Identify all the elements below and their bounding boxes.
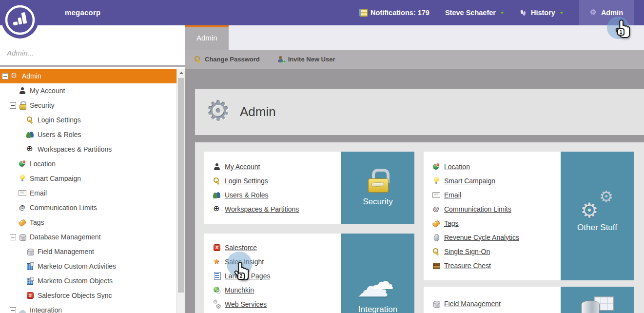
link-workspaces-partitions[interactable]: Workspaces & Partitions [213,202,341,216]
aside-label: Security [363,197,392,207]
scroll-up-icon[interactable] [177,69,185,77]
key-icon [213,177,221,185]
link-salesforce[interactable]: Salesforce [213,240,341,254]
security-card: My Account Login Settings Users & Roles [204,152,414,224]
database-icon [26,248,34,255]
link-location[interactable]: Location [432,159,561,174]
admin-tree: Admin My Account Security Login Settings [0,69,176,313]
invite-new-user-button[interactable]: + Invite New User [277,56,335,63]
integration-aside-panel: Integration [341,234,414,313]
footprints-icon [520,9,527,17]
admin-label: Admin [601,9,623,17]
lightbulb-icon [432,177,440,185]
sidebar-item-email[interactable]: Email [0,186,176,200]
at-sign-icon [432,205,440,213]
page-header-panel: Admin [195,89,644,135]
gears-icon [580,190,614,218]
collapse-expander-icon[interactable] [10,307,16,313]
cloud-icon [357,274,399,300]
sidebar-search-input[interactable] [7,49,168,57]
chevron-down-icon [560,12,564,14]
landing-page-icon [213,272,221,280]
company-name: megacorp [65,0,100,25]
tab-admin[interactable]: Admin [185,25,229,50]
sidebar-item-smart-campaign[interactable]: Smart Campaign [0,171,176,186]
munchkin-globe-icon [213,286,221,294]
sidebar-item-integration[interactable]: Integration [0,303,176,313]
link-tags[interactable]: Tags [432,216,561,230]
collapse-expander-icon[interactable] [10,234,16,240]
globe-pin-icon [432,163,440,171]
marketo-logo[interactable] [1,1,39,41]
database-aside-panel [561,287,634,313]
content-area: Admin My Account L [185,69,644,313]
lock-icon [19,101,26,109]
sidebar-item-users-roles[interactable]: Users & Roles [0,127,176,142]
salesforce-icon [26,292,34,299]
sidebar-item-database-management[interactable]: Database Management [0,230,176,244]
sidebar-item-login-settings[interactable]: Login Settings [0,113,176,127]
page-title: Admin [240,104,276,119]
at-sign-icon [19,204,26,212]
users-icon [213,191,221,199]
change-password-button[interactable]: Change Password [194,56,260,63]
notifications-icon [359,9,367,17]
aside-label: Other Stuff [577,223,617,233]
person-icon [19,87,26,95]
sidebar-item-marketo-custom-objects[interactable]: Marketo Custom Objects [0,274,176,288]
main-area: Admin Change Password + Invite New User … [185,25,644,313]
table-icon [26,277,34,285]
link-email[interactable]: Email [432,188,561,202]
salesforce-icon [213,244,221,252]
link-smart-campaign[interactable]: Smart Campaign [432,174,561,188]
sidebar-item-location[interactable]: Location [0,156,176,171]
click-annotation-1-badge: 1 [617,28,624,36]
aside-label: Integration [358,305,397,313]
link-field-management[interactable]: Field Management [432,296,561,311]
table-icon [26,262,34,270]
link-revenue-cycle-analytics[interactable]: Revenue Cycle Analytics [432,230,561,244]
sidebar-item-tags[interactable]: Tags [0,215,176,230]
add-user-icon: + [277,56,285,63]
sidebar-divider [0,65,185,67]
sidebar-item-marketo-custom-activities[interactable]: Marketo Custom Activities [0,259,176,274]
key-icon [26,116,34,124]
sidebar-scrollbar[interactable] [176,69,185,313]
gear-icon [590,9,598,17]
link-communication-limits[interactable]: Communication Limits [432,202,561,216]
sidebar-item-workspaces-partitions[interactable]: Workspaces & Partitions [0,142,176,156]
droplet-icon [432,234,440,241]
sidebar-item-my-account[interactable]: My Account [0,83,176,98]
scrollbar-thumb[interactable] [178,78,184,293]
link-login-settings[interactable]: Login Settings [213,174,341,188]
star-flame-icon [213,258,221,266]
collapse-expander-icon[interactable] [2,73,8,79]
lightbulb-icon [19,175,26,182]
marketo-admin-screen: megacorp Notifications: 179 Steve Schaef… [0,0,644,313]
sidebar-item-security[interactable]: Security [0,98,176,113]
nav-notifications[interactable]: Notifications: 179 [359,0,429,25]
sidebar-item-admin[interactable]: Admin [0,69,176,83]
link-single-sign-on[interactable]: Single Sign-On [432,244,561,258]
database-icon [432,300,440,308]
database-card: Field Management [424,287,634,313]
history-label: History [531,9,555,17]
link-users-roles[interactable]: Users & Roles [213,188,341,202]
sidebar-item-salesforce-objects-sync[interactable]: Salesforce Objects Sync [0,288,176,303]
link-my-account[interactable]: My Account [213,159,341,174]
security-aside-panel: Security [341,152,414,224]
users-icon [26,131,34,138]
top-bar: megacorp Notifications: 179 Steve Schaef… [0,0,644,25]
link-munchkin[interactable]: Munchkin [213,283,341,297]
nav-history[interactable]: History [520,0,564,25]
link-treasure-chest[interactable]: Treasure Chest [432,258,561,273]
nav-user-menu[interactable]: Steve Schaefer [445,0,504,25]
sidebar-item-field-management[interactable]: Field Management [0,244,176,259]
person-icon [213,163,221,171]
link-web-services[interactable]: Web Services [213,297,341,311]
collapse-expander-icon[interactable] [10,102,16,109]
sidebar-item-communication-limits[interactable]: Communication Limits [0,200,176,215]
database-grid-icon [581,296,613,313]
tab-strip: Admin [185,25,644,50]
treasure-chest-icon [432,262,440,270]
